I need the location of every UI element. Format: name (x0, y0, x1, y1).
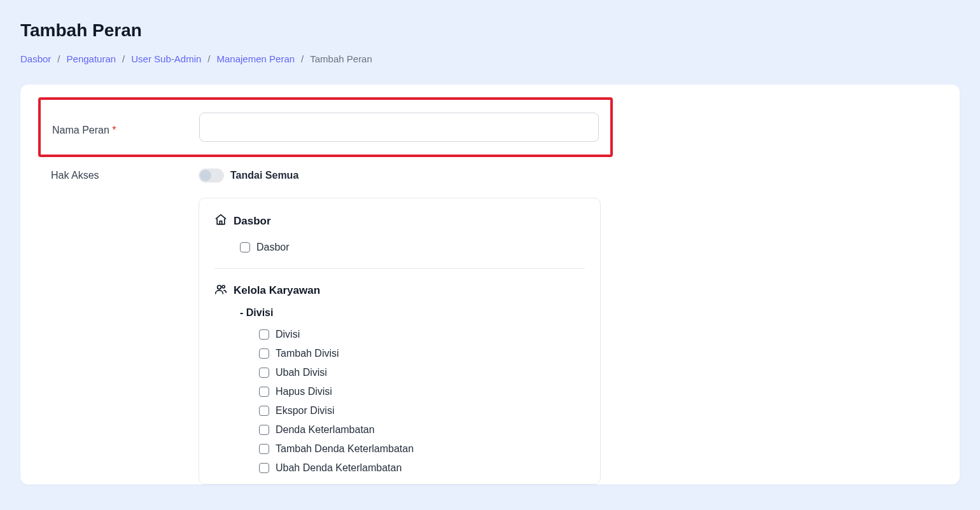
breadcrumb-link-pengaturan[interactable]: Pengaturan (67, 53, 116, 64)
breadcrumb-sep: / (207, 53, 210, 64)
breadcrumb-sep: / (57, 53, 60, 64)
perm-item-divisi: Divisi (214, 325, 585, 344)
perm-label: Divisi (276, 329, 300, 340)
nama-peran-label: Nama Peran * (52, 118, 199, 136)
nama-peran-input[interactable] (199, 113, 599, 142)
form-card: Nama Peran * Hak Akses Tandai Semua (20, 85, 960, 485)
perm-item-tambah-denda-keterlambatan: Tambah Denda Keterlambatan (214, 439, 585, 458)
breadcrumb-sep: / (122, 53, 125, 64)
perm-item-hapus-divisi: Hapus Divisi (214, 382, 585, 401)
permissions-panel: Dasbor Dasbor Kelola Karyawan (199, 198, 601, 485)
hak-akses-label: Hak Akses (51, 170, 199, 181)
perm-label: Tambah Divisi (276, 348, 339, 359)
perm-item-denda-keterlambatan: Denda Keterlambatan (214, 420, 585, 439)
perm-checkbox-denda-keterlambatan[interactable] (259, 425, 269, 435)
breadcrumb-current: Tambah Peran (310, 53, 372, 64)
perm-label: Hapus Divisi (276, 386, 332, 397)
perm-checkbox-divisi[interactable] (259, 329, 269, 340)
breadcrumb: Dasbor / Pengaturan / User Sub-Admin / M… (20, 53, 960, 64)
nama-peran-highlight: Nama Peran * (38, 97, 613, 157)
perm-section-header-dasbor: Dasbor (214, 214, 585, 229)
users-icon (214, 283, 227, 298)
home-icon (214, 214, 227, 229)
breadcrumb-link-user-sub-admin[interactable]: User Sub-Admin (131, 53, 201, 64)
perm-item-ubah-divisi: Ubah Divisi (214, 363, 585, 382)
breadcrumb-sep: / (301, 53, 304, 64)
perm-item-tambah-divisi: Tambah Divisi (214, 344, 585, 363)
perm-section-title: Dasbor (234, 215, 271, 228)
required-indicator: * (112, 125, 116, 135)
perm-label: Ekspor Divisi (276, 405, 334, 417)
perm-checkbox-tambah-denda-keterlambatan[interactable] (259, 444, 269, 454)
tandai-semua-label: Tandai Semua (230, 170, 298, 181)
perm-label: Tambah Denda Keterlambatan (276, 443, 414, 455)
perm-item-ekspor-divisi: Ekspor Divisi (214, 401, 585, 420)
perm-checkbox-dasbor[interactable] (240, 242, 250, 252)
perm-label: Dasbor (256, 242, 290, 253)
perm-item-dasbor: Dasbor (214, 238, 585, 257)
perm-label: Ubah Divisi (276, 367, 327, 378)
perm-section-title: Kelola Karyawan (234, 284, 320, 297)
perm-checkbox-ekspor-divisi[interactable] (259, 406, 269, 416)
svg-point-1 (222, 286, 225, 288)
perm-label: Ubah Denda Keterlambatan (276, 462, 402, 474)
perm-item-ubah-denda-keterlambatan: Ubah Denda Keterlambatan (214, 458, 585, 478)
svg-point-0 (218, 286, 221, 289)
page-title: Tambah Peran (20, 20, 960, 41)
perm-checkbox-hapus-divisi[interactable] (259, 387, 269, 397)
perm-checkbox-ubah-denda-keterlambatan[interactable] (259, 463, 269, 473)
nama-peran-label-text: Nama Peran (52, 125, 109, 135)
perm-divider (214, 268, 585, 269)
tandai-semua-toggle[interactable] (199, 169, 224, 183)
perm-section-header-kelola-karyawan: Kelola Karyawan (214, 283, 585, 298)
perm-subsection-divisi: - Divisi (214, 307, 585, 319)
breadcrumb-link-manajemen-peran[interactable]: Manajemen Peran (217, 53, 295, 64)
perm-label: Denda Keterlambatan (276, 424, 375, 436)
breadcrumb-link-dasbor[interactable]: Dasbor (20, 53, 51, 64)
toggle-knob (200, 170, 211, 181)
perm-checkbox-ubah-divisi[interactable] (259, 368, 269, 378)
perm-checkbox-tambah-divisi[interactable] (259, 348, 269, 359)
